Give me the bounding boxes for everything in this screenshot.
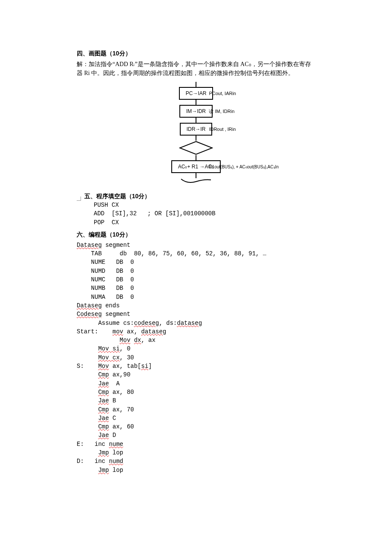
section-5-heading: 五、程序填空题（10分） <box>84 193 151 199</box>
flow-row-1: PC→IAR PCout, IARin <box>115 87 277 100</box>
code-line: Mov cx, 30 <box>77 353 315 362</box>
code-line: Mov dx, ax <box>77 336 315 344</box>
code-line: Jmp lop <box>77 466 315 474</box>
flow-row-3: IDR→IR IDRout , IRin <box>115 123 277 136</box>
code-line: Assume cs:codeseg, ds:dataseg <box>77 319 315 327</box>
flowchart: PC→IAR PCout, IARin IM→IDR 读 IM, IDRin I… <box>115 82 277 184</box>
code-line: Start: mov ax, dataseg <box>77 327 315 336</box>
code-line: E: inc nume <box>77 440 315 448</box>
code-line: Jae A <box>77 379 315 388</box>
code-line: NUMC DB 0 <box>77 275 315 284</box>
section-5-code-line: ADD [SI],32 ; OR [SI],00100000B <box>77 209 315 218</box>
code-line: Dataseg segment <box>77 241 315 249</box>
flow-label: IDRout , IRin <box>209 126 236 133</box>
section-4-paragraph: 解：加法指令“ADD Rᵢ”是一条隐含指令，其中一个操作数来自 AC₀，另一个操… <box>77 60 315 78</box>
flow-label: R1out(BUS₁), + AC₀out(BUS₂),AC₁In <box>209 165 279 169</box>
section-6-heading: 六、编程题（10分） <box>77 230 315 239</box>
flow-line <box>196 136 196 141</box>
code-line: Codeseg segment <box>77 310 315 318</box>
section-6-code: Dataseg segment TAB db 80, 86, 75, 60, 6… <box>77 241 315 474</box>
code-line: NUMB DB 0 <box>77 284 315 292</box>
code-line: NUMA DB 0 <box>77 293 315 301</box>
flow-row-2: IM→IDR 读 IM, IDRin <box>115 105 277 118</box>
code-line: Dataseg ends <box>77 301 315 310</box>
flow-box: PC→IAR <box>179 87 213 100</box>
svg-marker-0 <box>180 142 212 154</box>
flow-decision <box>115 141 277 155</box>
flow-line <box>196 155 196 160</box>
flow-row-4: AC₀+ R1 →AC₁ R1out(BUS₁), + AC₀out(BUS₂)… <box>115 160 277 173</box>
marker-box <box>77 197 81 201</box>
flow-label: 读 IM, IDRin <box>209 108 234 115</box>
code-line: Cmp ax,90 <box>77 370 315 379</box>
code-line: S: Mov ax, tab[si] <box>77 362 315 370</box>
code-line: Jae C <box>77 414 315 422</box>
flow-box: IM→IDR <box>179 105 213 118</box>
code-line: Jmp lop <box>77 448 315 457</box>
flow-line <box>196 82 196 87</box>
code-line: Jae B <box>77 396 315 405</box>
flow-end <box>115 178 277 184</box>
code-line: NUME DB 0 <box>77 258 315 266</box>
section-5-code-line: PUSH CX <box>77 201 315 209</box>
flow-line <box>196 173 196 178</box>
code-line: TAB db 80, 86, 75, 60, 60, 52, 36, 88, 9… <box>77 249 315 258</box>
flow-label: PCout, IARin <box>209 90 236 97</box>
code-line: NUMD DB 0 <box>77 267 315 275</box>
code-line: Cmp ax, 80 <box>77 388 315 396</box>
code-line: D: inc numd <box>77 457 315 465</box>
section-4-heading: 四、画图题（10分） <box>77 49 315 58</box>
code-line: Mov si, 0 <box>77 344 315 353</box>
flow-line <box>196 100 196 105</box>
flow-box: IDR→IR <box>180 123 213 136</box>
code-line: Cmp ax, 70 <box>77 405 315 414</box>
flow-line <box>196 118 196 123</box>
code-line: Cmp ax, 60 <box>77 422 315 431</box>
section-5-code-line: POP CX <box>77 218 315 227</box>
code-line: Jae D <box>77 431 315 439</box>
